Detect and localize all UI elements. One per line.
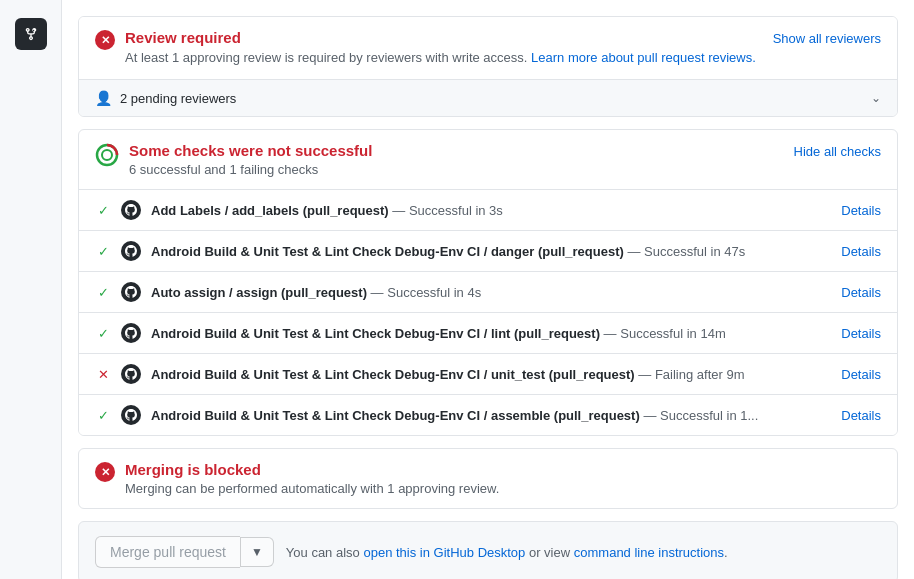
check-result-3: — Successful in 14m <box>604 326 726 341</box>
check-github-icon-3 <box>121 323 141 343</box>
check-pass-icon-0: ✓ <box>95 203 111 218</box>
review-header-content: Review required At least 1 approving rev… <box>125 29 756 67</box>
blocked-desc: Merging can be performed automatically w… <box>125 481 499 496</box>
check-result-2: — Successful in 4s <box>371 285 482 300</box>
blocked-content: Merging is blocked Merging can be perfor… <box>125 461 499 496</box>
check-name-1: Android Build & Unit Test & Lint Check D… <box>151 244 823 259</box>
review-header-left: Review required At least 1 approving rev… <box>95 29 756 67</box>
check-result-5: — Successful in 1... <box>643 408 758 423</box>
check-result-1: — Successful in 47s <box>627 244 745 259</box>
check-row-4: ✕ Android Build & Unit Test & Lint Check… <box>79 353 897 394</box>
check-name-2: Auto assign / assign (pull_request) — Su… <box>151 285 823 300</box>
check-pass-icon-2: ✓ <box>95 285 111 300</box>
blocked-title: Merging is blocked <box>125 461 499 478</box>
check-pass-icon-1: ✓ <box>95 244 111 259</box>
checks-section: Some checks were not successful 6 succes… <box>78 129 898 436</box>
show-all-reviewers-link[interactable]: Show all reviewers <box>773 31 881 46</box>
learn-more-link[interactable]: Learn more about pull request reviews. <box>531 50 756 65</box>
check-fail-icon-4: ✕ <box>95 367 111 382</box>
git-branch-icon <box>15 18 47 50</box>
checks-header: Some checks were not successful 6 succes… <box>79 130 897 189</box>
check-result-4: — Failing after 9m <box>638 367 744 382</box>
chevron-down-icon: ⌄ <box>871 91 881 105</box>
review-required-section: Review required At least 1 approving rev… <box>78 16 898 117</box>
merge-section: Merge pull request ▼ You can also open t… <box>78 521 898 579</box>
merge-info-text: You can also open this in GitHub Desktop… <box>286 545 728 560</box>
check-row-0: ✓ Add Labels / add_labels (pull_request)… <box>79 189 897 230</box>
open-desktop-link[interactable]: open this in GitHub Desktop <box>363 545 525 560</box>
merge-dropdown-button[interactable]: ▼ <box>240 537 274 567</box>
hide-all-checks-link[interactable]: Hide all checks <box>794 144 881 159</box>
check-name-0: Add Labels / add_labels (pull_request) —… <box>151 203 823 218</box>
blocked-section: Merging is blocked Merging can be perfor… <box>78 448 898 509</box>
check-github-icon-5 <box>121 405 141 425</box>
cli-instructions-link[interactable]: command line instructions <box>574 545 724 560</box>
checks-desc: 6 successful and 1 failing checks <box>129 162 372 177</box>
check-github-icon-1 <box>121 241 141 261</box>
check-row-1: ✓ Android Build & Unit Test & Lint Check… <box>79 230 897 271</box>
check-name-3: Android Build & Unit Test & Lint Check D… <box>151 326 823 341</box>
checks-header-left: Some checks were not successful 6 succes… <box>95 142 372 177</box>
check-details-link-1[interactable]: Details <box>841 244 881 259</box>
check-name-4: Android Build & Unit Test & Lint Check D… <box>151 367 823 382</box>
check-details-link-2[interactable]: Details <box>841 285 881 300</box>
check-details-link-5[interactable]: Details <box>841 408 881 423</box>
check-details-link-4[interactable]: Details <box>841 367 881 382</box>
check-pass-icon-3: ✓ <box>95 326 111 341</box>
checks-progress-icon <box>95 143 119 167</box>
check-row-2: ✓ Auto assign / assign (pull_request) — … <box>79 271 897 312</box>
svg-point-1 <box>102 150 112 160</box>
merge-button-group: Merge pull request ▼ <box>95 536 274 568</box>
check-github-icon-2 <box>121 282 141 302</box>
pending-reviewers-text: 2 pending reviewers <box>120 91 236 106</box>
person-icon: 👤 <box>95 90 112 106</box>
main-content: Review required At least 1 approving rev… <box>62 0 914 579</box>
merge-pull-request-button[interactable]: Merge pull request <box>95 536 240 568</box>
check-github-icon-0 <box>121 200 141 220</box>
review-header: Review required At least 1 approving rev… <box>79 17 897 79</box>
blocked-icon <box>95 462 115 482</box>
sidebar <box>0 0 62 579</box>
check-details-link-3[interactable]: Details <box>841 326 881 341</box>
check-row-3: ✓ Android Build & Unit Test & Lint Check… <box>79 312 897 353</box>
pending-left: 👤 2 pending reviewers <box>95 90 236 106</box>
check-pass-icon-5: ✓ <box>95 408 111 423</box>
check-row-5: ✓ Android Build & Unit Test & Lint Check… <box>79 394 897 435</box>
checks-title: Some checks were not successful <box>129 142 372 159</box>
review-required-desc: At least 1 approving review is required … <box>125 49 756 67</box>
check-github-icon-4 <box>121 364 141 384</box>
review-required-title: Review required <box>125 29 756 46</box>
pending-reviewers-row[interactable]: 👤 2 pending reviewers ⌄ <box>79 79 897 116</box>
checks-header-content: Some checks were not successful 6 succes… <box>129 142 372 177</box>
check-result-0: — Successful in 3s <box>392 203 503 218</box>
review-required-icon <box>95 30 115 50</box>
check-name-5: Android Build & Unit Test & Lint Check D… <box>151 408 823 423</box>
check-details-link-0[interactable]: Details <box>841 203 881 218</box>
